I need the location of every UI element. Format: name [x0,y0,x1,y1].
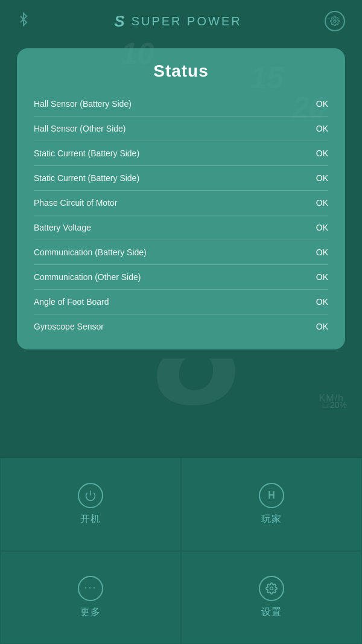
player-icon: H [259,483,284,508]
svg-point-0 [334,20,336,22]
watermark-area: 8 KM/h □ 20% [0,359,362,410]
status-item-value: OK [307,322,328,331]
nav-label-player: 玩家 [261,513,282,526]
nav-item-power[interactable]: 开机 [0,457,181,551]
logo-text: SUPER POWER [132,14,242,28]
settings-button[interactable] [325,11,345,31]
status-card: Status Hall Sensor (Battery Side)OKHall … [17,48,345,349]
svg-point-2 [270,587,273,590]
nav-label-settings: 设置 [261,606,282,619]
status-item-value: OK [307,272,328,282]
watermark-battery: □ 20% [323,400,347,410]
status-item: Phase Circuit of MotorOK [34,191,328,215]
status-item-value: OK [307,124,328,133]
logo-s-letter: S [114,12,126,31]
nav-item-more[interactable]: ··· 更多 [0,551,181,645]
status-item-label: Phase Circuit of Motor [34,198,118,208]
nav-label-power: 开机 [80,513,101,526]
bottom-nav: 开机 H 玩家 ··· 更多 设置 [0,457,362,644]
watermark-big-number: 8 [155,359,243,410]
more-icon: ··· [78,576,103,601]
status-item-label: Hall Sensor (Battery Side) [34,99,132,109]
status-item-label: Communication (Other Side) [34,272,141,282]
status-item: Communication (Battery Side)OK [34,240,328,265]
power-icon [78,483,103,508]
status-item-label: Communication (Battery Side) [34,247,147,257]
status-item: Hall Sensor (Battery Side)OK [34,92,328,116]
nav-item-settings[interactable]: 设置 [181,551,362,645]
status-title: Status [34,62,328,81]
status-item-label: Static Current (Battery Side) [34,173,139,183]
status-item: Battery VoltageOK [34,215,328,240]
status-item-value: OK [307,297,328,307]
app-logo: S SUPER POWER [114,12,241,31]
nav-item-player[interactable]: H 玩家 [181,457,362,551]
status-item: Angle of Foot BoardOK [34,290,328,314]
bluetooth-icon[interactable] [17,12,31,30]
status-item-value: OK [307,223,328,232]
status-item: Gyroscope SensorOK [34,314,328,339]
status-item-label: Battery Voltage [34,223,91,232]
status-item-value: OK [307,173,328,183]
status-item-value: OK [307,247,328,257]
status-item: Hall Sensor (Other Side)OK [34,116,328,141]
status-item: Static Current (Battery Side)OK [34,166,328,191]
status-item-label: Angle of Foot Board [34,297,109,307]
status-item-label: Static Current (Battery Side) [34,148,139,158]
status-item: Static Current (Battery Side)OK [34,141,328,166]
status-item-value: OK [307,198,328,208]
status-list: Hall Sensor (Battery Side)OKHall Sensor … [34,92,328,339]
gear-icon [259,576,284,601]
status-item-label: Hall Sensor (Other Side) [34,124,126,133]
app-header: S SUPER POWER [0,0,362,42]
status-item-value: OK [307,148,328,158]
status-item-value: OK [307,99,328,109]
status-item: Communication (Other Side)OK [34,265,328,290]
status-item-label: Gyroscope Sensor [34,322,104,331]
nav-label-more: 更多 [80,606,101,619]
